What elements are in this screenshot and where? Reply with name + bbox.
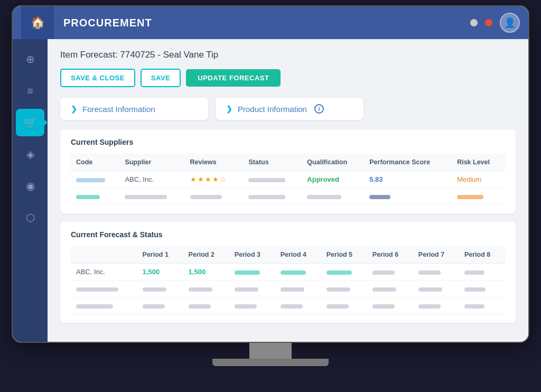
sidebar-item-5[interactable]: ◉	[16, 172, 44, 200]
fph-p2	[183, 281, 229, 297]
supplier-reviews-cell: ★★★★☆	[185, 171, 244, 188]
performance-score: 5.83	[369, 175, 383, 183]
fph2	[189, 287, 212, 292]
monitor-stand-base	[212, 359, 329, 366]
info-icon: i	[314, 104, 324, 114]
forecast-p4	[275, 264, 321, 281]
supplier-status-cell	[243, 171, 302, 188]
product-information-panel[interactable]: ❯ Product Information i	[216, 98, 363, 120]
home-icon: 🏠	[31, 16, 45, 30]
sidebar-item-4[interactable]: ◈	[16, 141, 44, 168]
forecast-title: Current Forecast & Status	[71, 230, 505, 239]
forecast-table: Period 1 Period 2 Period 3 Period 4 Peri…	[71, 246, 505, 314]
table-row-placeholder	[71, 188, 505, 205]
period8-bar	[464, 270, 484, 275]
sidebar-item-2[interactable]: ≡	[16, 77, 44, 105]
supplier-name-cell: ABC, Inc.	[119, 171, 184, 188]
col-reviews: Reviews	[185, 154, 244, 171]
ph-code	[71, 188, 119, 205]
save-close-button[interactable]: SAVE & CLOSE	[60, 69, 135, 87]
fph-p5	[321, 281, 367, 297]
period1-value: 1,500	[143, 268, 160, 276]
col-risk: Risk Level	[452, 154, 505, 171]
period3-bar	[235, 270, 260, 275]
suppliers-table-header: Code Supplier Reviews Status Qualificati…	[71, 154, 505, 171]
nav-dot-red	[485, 19, 492, 26]
sidebar-icon-6: ⬡	[26, 211, 35, 224]
sidebar-icon-1: ⊕	[26, 53, 35, 66]
fph2-p6	[367, 297, 413, 314]
col-status: Status	[243, 154, 302, 171]
placeholder-bar-orange	[457, 195, 483, 199]
fph2-p7	[413, 297, 459, 314]
nav-dot-gray	[470, 19, 478, 26]
fph5	[327, 287, 350, 292]
fph-name	[71, 281, 137, 297]
save-button[interactable]: SAVE	[141, 69, 181, 87]
fph2-p1	[137, 297, 183, 314]
update-forecast-button[interactable]: UPDATE FORECAST	[186, 69, 281, 87]
fph2-8	[464, 304, 484, 309]
fph2-6	[372, 304, 395, 309]
ph-risk	[452, 188, 505, 205]
risk-level: Medium	[457, 175, 481, 183]
sidebar-icon-5: ◉	[26, 180, 35, 192]
fph2-p4	[275, 297, 321, 314]
period5-bar	[327, 270, 352, 275]
period7-bar	[418, 270, 441, 275]
ph-reviews	[185, 188, 244, 205]
fph2-name-bar	[76, 304, 113, 309]
forecast-p5	[321, 264, 367, 281]
home-button[interactable]: 🏠	[21, 6, 54, 39]
placeholder-bar-4	[307, 195, 341, 199]
forecast-section: Current Forecast & Status Period 1 Perio…	[60, 222, 516, 323]
avatar[interactable]: 👤	[500, 13, 520, 33]
fph-p8	[459, 281, 505, 297]
fph2-name	[71, 297, 137, 314]
fph6	[372, 287, 396, 292]
fph-p3	[229, 281, 275, 297]
avatar-icon: 👤	[504, 17, 516, 29]
ph-supplier	[119, 188, 184, 205]
fph2-7	[418, 304, 441, 309]
fph-p7	[413, 281, 459, 297]
forecast-row-placeholder-1	[71, 281, 505, 297]
col-qualification: Qualification	[302, 154, 364, 171]
col-period4: Period 4	[275, 246, 321, 264]
sidebar-item-1[interactable]: ⊕	[16, 45, 44, 73]
fph2-p2	[183, 297, 229, 314]
forecast-row-placeholder-2	[71, 297, 505, 314]
chevron-right-icon-2: ❯	[226, 105, 232, 113]
main-content: Item Forecast: 7740725 - Seal Vane Tip S…	[48, 39, 528, 342]
status-bar	[248, 178, 285, 182]
forecast-p3	[229, 264, 275, 281]
product-information-label: Product Information	[238, 105, 307, 114]
accordion-row: ❯ Forecast Information ❯ Product Informa…	[60, 98, 516, 120]
ph-status	[243, 188, 302, 205]
supplier-name: ABC, Inc.	[125, 175, 154, 183]
supplier-performance-cell: 5.83	[364, 171, 452, 188]
col-period5: Period 5	[321, 246, 367, 264]
sidebar-item-6[interactable]: ⬡	[16, 204, 44, 231]
page-title: Item Forecast: 7740725 - Seal Vane Tip	[60, 50, 516, 60]
fph1	[143, 287, 166, 292]
sidebar-item-procurement[interactable]: 🛒	[16, 109, 44, 136]
forecast-information-panel[interactable]: ❯ Forecast Information	[60, 98, 208, 120]
fph2-1	[143, 304, 165, 309]
chevron-right-icon: ❯	[71, 105, 77, 113]
fph2-5	[327, 304, 349, 309]
placeholder-bar-1	[125, 195, 167, 199]
supplier-risk-cell: Medium	[452, 171, 505, 188]
fph2-2	[189, 304, 211, 309]
forecast-row-1: ABC, Inc. 1,500 1,500	[71, 264, 505, 281]
fph-p4	[275, 281, 321, 297]
col-period3: Period 3	[229, 246, 275, 264]
table-row: ABC, Inc. ★★★★☆ Approved	[71, 171, 505, 188]
suppliers-table: Code Supplier Reviews Status Qualificati…	[71, 154, 505, 205]
fph3	[235, 287, 258, 292]
forecast-p7	[413, 264, 459, 281]
forecast-table-header: Period 1 Period 2 Period 3 Period 4 Peri…	[71, 246, 505, 264]
col-period6: Period 6	[367, 246, 413, 264]
code-bar	[76, 178, 105, 182]
placeholder-bar-dark	[369, 195, 390, 199]
